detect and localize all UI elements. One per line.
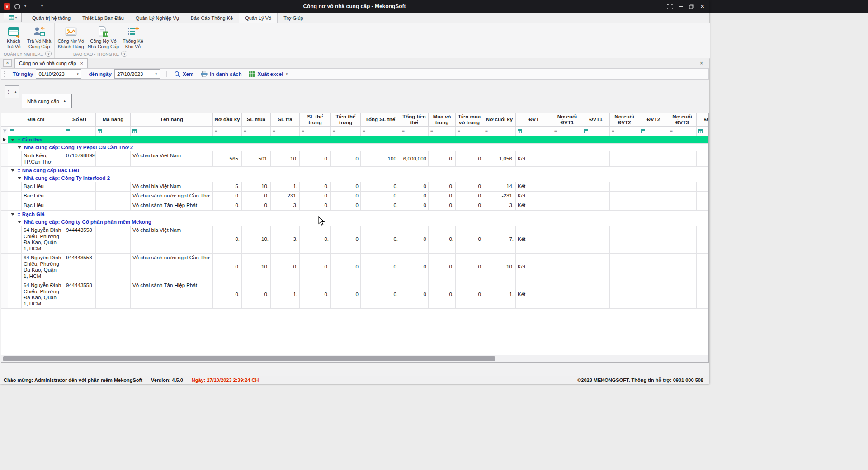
export-excel-dropdown-icon[interactable]: ▾	[286, 72, 288, 75]
cell-ten-hang[interactable]: Vỏ chai sành nước ngọt Cần Thơ	[131, 192, 213, 201]
cell-dvt[interactable]: Két	[516, 254, 552, 281]
cell-dvt[interactable]: Két	[516, 151, 552, 167]
filter-cell-dvt2[interactable]	[639, 127, 668, 136]
group-row-level-0[interactable]: :: Nhà cung cấp Bạc Liêu	[1, 167, 708, 174]
cell-sl-tra[interactable]: 10.	[271, 151, 300, 167]
cell-dvt3[interactable]	[697, 182, 708, 192]
cell-no-dau-ky[interactable]: 5.	[213, 182, 242, 192]
cell-sl-the-trong[interactable]: 0.	[300, 254, 331, 281]
cell-no-cuoi-ky[interactable]: 7.	[483, 226, 516, 254]
cell-mua-vo-trong[interactable]: 0.	[429, 226, 456, 254]
filter-cell-sl-mua[interactable]: =	[242, 127, 271, 136]
cell-no-cuoi-dvt2[interactable]	[610, 201, 639, 211]
document-tab[interactable]: Công nợ vỏ nhà cung cấp ×	[14, 58, 88, 68]
filter-cell-no-cuoi-dvt3[interactable]: =	[668, 127, 697, 136]
cell-dia-chi[interactable]: 64 Nguyễn Đình Chiểu, Phường Đa Kao, Quậ…	[22, 226, 64, 254]
column-header-dvt[interactable]: ĐVT	[516, 113, 552, 127]
cell-sl-tra[interactable]: 3.	[271, 201, 300, 211]
cell-ten-hang[interactable]: Vỏ chai sành nước ngọt Cần Thơ	[131, 254, 213, 281]
data-row[interactable]: 64 Nguyễn Đình Chiểu, Phường Đa Kao, Quậ…	[1, 226, 708, 254]
cell-tong-sl-the[interactable]: 0.	[361, 182, 400, 192]
column-header-no-cuoi-dvt3[interactable]: Nợ cuối ĐVT3	[668, 113, 697, 127]
cell-no-dau-ky[interactable]: 0.	[213, 192, 242, 201]
cell-tien-mua-vo-trong[interactable]: 0	[456, 182, 483, 192]
app-logo-icon[interactable]: V	[4, 3, 10, 10]
cell-dia-chi[interactable]: 64 Nguyễn Đình Chiểu, Phường Đa Kao, Quậ…	[22, 281, 64, 309]
cell-sl-the-trong[interactable]: 0.	[300, 281, 331, 309]
group-by-chip[interactable]: Nhà cung cấp ▲	[22, 94, 72, 108]
cell-dvt1[interactable]	[582, 151, 610, 167]
view-button[interactable]: Xem	[174, 71, 193, 77]
group-panel-collapse-button[interactable]: ▴	[12, 85, 19, 98]
cell-sl-tra[interactable]: 1.	[271, 281, 300, 309]
cell-sl-the-trong[interactable]: 0.	[300, 182, 331, 192]
group-expand-icon[interactable]	[18, 146, 21, 149]
cell-ten-hang[interactable]: Vỏ chai bia Việt Nam	[131, 182, 213, 192]
data-row[interactable]: Bạc LiêuVỏ chai bia Việt Nam5.10.1.0.00.…	[1, 182, 708, 192]
cell-so-dt[interactable]	[64, 182, 96, 192]
cell-tien-the-trong[interactable]: 0	[331, 201, 361, 211]
cell-dvt3[interactable]	[697, 226, 708, 254]
cell-no-cuoi-dvt3[interactable]	[668, 182, 697, 192]
ribbon-button-cong-no-vo-khach-hang[interactable]: Công Nợ Vỏ Khách Hàng	[56, 24, 85, 50]
cell-sl-tra[interactable]: 0.	[271, 254, 300, 281]
cell-no-cuoi-dvt1[interactable]	[552, 151, 582, 167]
cell-dvt1[interactable]	[582, 201, 610, 211]
cell-tong-sl-the[interactable]: 0.	[361, 201, 400, 211]
group-expand-icon[interactable]	[18, 221, 21, 223]
column-header-no-dau-ky[interactable]: Nợ đầu kỳ	[213, 113, 242, 127]
filter-cell-dia-chi[interactable]	[8, 127, 64, 136]
column-header-mua-vo-trong[interactable]: Mua vỏ trong	[429, 113, 456, 127]
data-row[interactable]: Bạc LiêuVỏ chai sành Tân Hiệp Phát0.0.3.…	[1, 201, 708, 211]
cell-dvt1[interactable]	[582, 281, 610, 309]
cell-sl-mua[interactable]: 10.	[242, 254, 271, 281]
cell-dvt2[interactable]	[639, 192, 668, 201]
cell-dvt3[interactable]	[697, 192, 708, 201]
column-header-no-cuoi-ky[interactable]: Nợ cuối kỳ	[483, 113, 516, 127]
cell-tien-mua-vo-trong[interactable]: 0	[456, 201, 483, 211]
cell-dvt2[interactable]	[639, 182, 668, 192]
cell-no-cuoi-dvt1[interactable]	[552, 182, 582, 192]
from-date-input[interactable]: 01/10/2023 ▾	[36, 69, 81, 79]
cell-sl-the-trong[interactable]: 0.	[300, 192, 331, 201]
cell-tien-the-trong[interactable]: 0	[331, 254, 361, 281]
cell-ten-hang[interactable]: Vỏ chai bia Việt Nam	[131, 151, 213, 167]
cell-no-cuoi-ky[interactable]: -231.	[483, 192, 516, 201]
cell-dia-chi[interactable]: Bạc Liêu	[22, 201, 64, 211]
cell-no-cuoi-dvt2[interactable]	[610, 254, 639, 281]
cell-no-cuoi-dvt2[interactable]	[610, 226, 639, 254]
cell-tong-sl-the[interactable]: 0.	[361, 281, 400, 309]
cell-tong-tien-the[interactable]: 0	[400, 281, 429, 309]
quick-access-circle-icon[interactable]	[14, 4, 20, 9]
column-header-tong-tien-the[interactable]: Tổng tiền thế	[400, 113, 429, 127]
toolbar-grip[interactable]	[4, 71, 5, 77]
group-row-level-0[interactable]: :: Cần thơ	[1, 136, 708, 144]
cell-dvt[interactable]: Két	[516, 182, 552, 192]
cell-no-dau-ky[interactable]: 565.	[213, 151, 242, 167]
cell-dvt1[interactable]	[582, 226, 610, 254]
cell-ma-hang[interactable]	[96, 151, 131, 167]
cell-ten-hang[interactable]: Vỏ chai sành Tân Hiệp Phát	[131, 281, 213, 309]
export-excel-button[interactable]: Xuất excel	[249, 71, 283, 77]
ribbon-tab-tro-giup[interactable]: Trợ Giúp	[278, 13, 309, 23]
cell-sl-tra[interactable]: 231.	[271, 192, 300, 201]
column-header-tien-mua-vo-trong[interactable]: Tiền mua vỏ trong	[456, 113, 483, 127]
filter-cell-dvt3[interactable]	[697, 127, 709, 136]
cell-mua-vo-trong[interactable]: 0.	[429, 182, 456, 192]
ribbon-button-khach-tra-vo[interactable]: Khách Trả Vỏ	[2, 24, 25, 50]
cell-dvt2[interactable]	[639, 281, 668, 309]
cell-so-dt[interactable]: 0710798899	[64, 151, 96, 167]
cell-no-dau-ky[interactable]: 0.	[213, 201, 242, 211]
filter-cell-sl-tra[interactable]: =	[271, 127, 300, 136]
column-header-sl-tra[interactable]: SL trả	[271, 113, 300, 127]
cell-no-cuoi-ky[interactable]: 1,056.	[483, 151, 516, 167]
cell-mua-vo-trong[interactable]: 0.	[429, 254, 456, 281]
to-date-input[interactable]: 27/10/2023 ▾	[114, 69, 160, 79]
cell-dvt1[interactable]	[582, 192, 610, 201]
cell-tong-tien-the[interactable]: 0	[400, 192, 429, 201]
cell-mua-vo-trong[interactable]: 0.	[429, 192, 456, 201]
column-header-no-cuoi-dvt1[interactable]: Nợ cuối ĐVT1	[552, 113, 582, 127]
cell-dvt3[interactable]	[697, 151, 708, 167]
ribbon-tab-quan-tri-he-thong[interactable]: Quản trị hệ thống	[26, 13, 76, 23]
cell-no-cuoi-dvt2[interactable]	[610, 182, 639, 192]
